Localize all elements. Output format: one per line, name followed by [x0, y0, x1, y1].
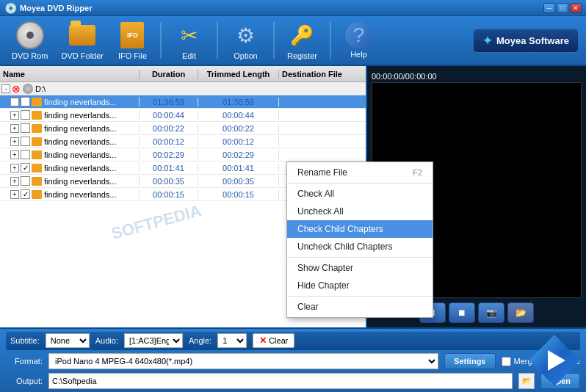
row-check-7[interactable]: ✓ — [21, 189, 30, 199]
table-row[interactable]: + finding neverlands... 00:02:29 00:02:2… — [0, 148, 366, 161]
play-icon — [548, 350, 565, 371]
root-expand[interactable]: - — [1, 84, 10, 93]
menu-uncheck-child-chapters[interactable]: Uncheck Child Chapters — [287, 238, 433, 255]
row-expand-2[interactable]: + — [10, 124, 19, 133]
folder-icon-4 — [32, 150, 42, 159]
folder-icon-0 — [32, 98, 42, 106]
angle-select[interactable]: 1 — [217, 333, 247, 348]
table-row[interactable]: + finding neverlands... 00:00:44 00:00:4… — [0, 109, 366, 122]
row-check-2[interactable] — [21, 123, 30, 133]
controls-row: Subtitle: None Audio: [1:AC3]Eng... Angl… — [6, 332, 580, 350]
menu-rename-file[interactable]: Rename File F2 — [287, 164, 433, 181]
row-expand-4[interactable]: + — [10, 150, 19, 159]
dvd-rom-label: DVD Rom — [12, 51, 48, 60]
help-button[interactable]: ? Help — [339, 19, 379, 62]
col-name-header: Name — [0, 70, 140, 79]
edit-button[interactable]: ✂ Edit — [169, 18, 209, 63]
row-expand-6[interactable]: + — [10, 177, 19, 186]
snapshot-button[interactable]: 📷 — [478, 302, 504, 323]
separator-4 — [330, 22, 331, 59]
table-header: Name Duration Trimmed Length Destination… — [0, 66, 366, 82]
logo: ✦ Moyea Software — [473, 29, 579, 53]
close-button[interactable]: ✕ — [570, 3, 582, 13]
output-row: Output: 📂 Open — [6, 372, 580, 389]
row-expand-3[interactable]: + — [10, 137, 19, 146]
row-expand-5[interactable]: + — [10, 164, 19, 173]
merge-checkbox[interactable] — [502, 357, 511, 366]
separator-2 — [217, 22, 218, 59]
col-dest-header: Destination File — [279, 70, 366, 79]
dvd-icon — [23, 84, 33, 94]
separator-1 — [160, 22, 162, 59]
audio-label: Audio: — [95, 336, 118, 345]
row-expand-0[interactable]: + — [10, 98, 19, 106]
menu-check-all[interactable]: Check All — [287, 185, 433, 203]
row-expand-7[interactable]: + — [10, 190, 19, 199]
folder-icon-2 — [32, 124, 42, 133]
output-label: Output: — [6, 377, 43, 385]
stop-button[interactable]: ⏹ — [449, 302, 475, 323]
menu-uncheck-all[interactable]: Uncheck All — [287, 203, 433, 220]
register-label: Register — [287, 51, 317, 60]
clear-button[interactable]: ✕ Clear — [253, 333, 294, 348]
clear-label: Clear — [269, 336, 288, 345]
edit-label: Edit — [182, 51, 196, 60]
row-check-1[interactable] — [21, 110, 30, 120]
option-label: Option — [234, 51, 257, 60]
angle-label: Angle: — [189, 336, 211, 345]
table-row[interactable]: + ✓ finding neverlands... 01:36:59 01:36… — [0, 95, 366, 109]
play-diamond[interactable] — [529, 335, 580, 386]
menu-separator-1 — [287, 183, 433, 184]
menu-separator-3 — [287, 296, 433, 297]
dvd-rom-button[interactable]: DVD Rom — [7, 18, 53, 63]
minimize-button[interactable]: ─ — [543, 3, 555, 13]
output-input[interactable] — [48, 373, 513, 389]
format-label: Format: — [6, 357, 43, 366]
row-check-4[interactable] — [21, 150, 30, 159]
bottom-area: Subtitle: None Audio: [1:AC3]Eng... Angl… — [0, 327, 586, 392]
folder-icon-7 — [32, 190, 42, 199]
ifo-file-button[interactable]: IFO IFO File — [112, 18, 153, 63]
format-select[interactable]: iPod Nano 4 MPEG-4 640x480(*.mp4) — [48, 353, 438, 369]
separator-3 — [273, 22, 275, 59]
format-row: Format: iPod Nano 4 MPEG-4 640x480(*.mp4… — [6, 353, 580, 370]
root-row[interactable]: - ⊗ D:\ — [0, 82, 366, 95]
logo-text: Moyea Software — [496, 35, 569, 46]
dvd-folder-button[interactable]: DVD Folder — [57, 18, 108, 63]
row-check-5[interactable]: ✓ — [21, 163, 30, 173]
ifo-file-label: IFO File — [118, 51, 147, 60]
subtitle-select[interactable]: None — [46, 333, 90, 348]
menu-separator-2 — [287, 257, 433, 258]
register-button[interactable]: 🔑 Register — [282, 18, 322, 63]
col-trimmed-header: Trimmed Length — [198, 70, 279, 79]
row-check-3[interactable] — [21, 137, 30, 146]
col-duration-header: Duration — [140, 70, 198, 79]
row-check-0[interactable]: ✓ — [21, 97, 30, 106]
big-play-button[interactable] — [529, 335, 580, 386]
row-check-6[interactable] — [21, 176, 30, 186]
open-folder-button[interactable]: 📂 — [507, 302, 534, 323]
maximize-button[interactable]: □ — [557, 3, 568, 13]
row-expand-1[interactable]: + — [10, 111, 19, 120]
dvd-folder-label: DVD Folder — [62, 51, 104, 60]
app-title: 💿 Moyea DVD Ripper — [4, 2, 92, 14]
menu-clear[interactable]: Clear — [287, 298, 433, 316]
settings-button[interactable]: Settings — [444, 353, 495, 369]
window-controls: ─ □ ✕ — [543, 3, 582, 13]
folder-icon-5 — [32, 164, 42, 173]
table-row[interactable]: + finding neverlands... 00:00:22 00:00:2… — [0, 122, 366, 135]
time-display: 00:00:00/00:00:00 — [372, 70, 582, 82]
folder-icon-6 — [32, 177, 42, 186]
help-label: Help — [350, 50, 367, 59]
clear-x-icon: ✕ — [259, 335, 267, 346]
audio-select[interactable]: [1:AC3]Eng... — [124, 333, 183, 348]
menu-hide-chapter[interactable]: Hide Chapter — [287, 277, 433, 294]
title-bar: 💿 Moyea DVD Ripper ─ □ ✕ — [0, 0, 586, 16]
option-button[interactable]: ⚙ Option — [225, 18, 266, 63]
menu-check-child-chapters[interactable]: Check Child Chapters — [287, 220, 433, 238]
root-path: D:\ — [35, 84, 46, 93]
table-row[interactable]: + finding neverlands... 00:00:12 00:00:1… — [0, 135, 366, 148]
subtitle-label: Subtitle: — [10, 336, 40, 345]
menu-show-chapter[interactable]: Show Chapter — [287, 259, 433, 277]
folder-icon-3 — [32, 137, 42, 146]
